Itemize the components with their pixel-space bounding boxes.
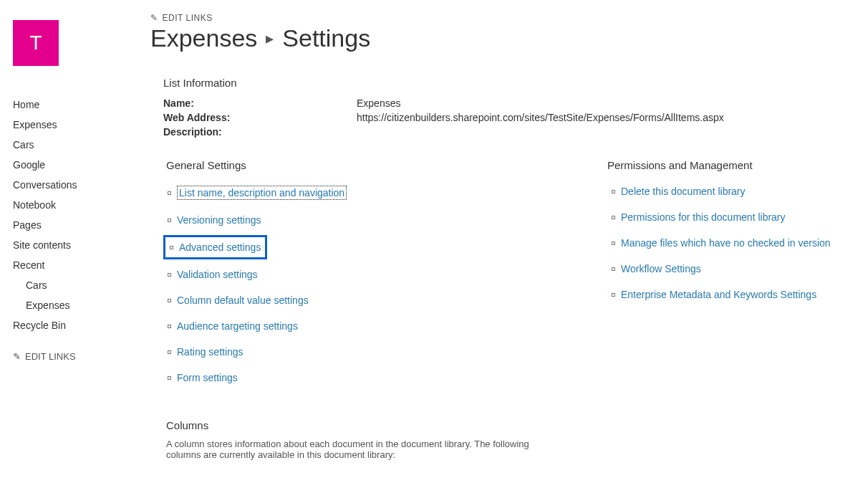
bullet-icon: [168, 299, 171, 302]
bullet-icon: [612, 216, 615, 219]
link-column-default-value[interactable]: Column default value settings: [177, 295, 309, 306]
edit-links-nav[interactable]: ✎ EDIT LINKS: [13, 351, 150, 362]
link-validation-settings[interactable]: Validation settings: [177, 269, 258, 280]
link-enterprise-metadata[interactable]: Enterprise Metadata and Keywords Setting…: [621, 289, 816, 300]
bullet-icon: [168, 191, 171, 195]
breadcrumb: Expenses ▸ Settings: [150, 24, 861, 52]
link-delete-library[interactable]: Delete this document library: [621, 186, 746, 197]
edit-links-top-label: EDIT LINKS: [163, 13, 213, 23]
link-workflow-settings[interactable]: Workflow Settings: [621, 263, 701, 274]
pencil-icon: ✎: [150, 13, 158, 23]
nav-cars[interactable]: Cars: [13, 135, 150, 155]
highlight-advanced-settings: Advanced settings: [163, 235, 267, 259]
link-advanced-settings[interactable]: Advanced settings: [179, 241, 261, 253]
link-list-name-description[interactable]: List name, description and navigation: [177, 186, 347, 200]
nav-google[interactable]: Google: [13, 155, 150, 175]
nav-home[interactable]: Home: [13, 95, 150, 115]
link-rating-settings[interactable]: Rating settings: [177, 346, 243, 358]
bullet-icon: [612, 293, 615, 297]
bullet-icon: [612, 267, 615, 271]
nav-site-contents[interactable]: Site contents: [13, 235, 150, 255]
bullet-icon: [168, 350, 171, 354]
address-value: https://citizenbuilders.sharepoint.com/s…: [357, 110, 724, 125]
general-settings-heading: General Settings: [166, 159, 564, 171]
link-versioning-settings[interactable]: Versioning settings: [177, 214, 261, 226]
link-manage-checked-in[interactable]: Manage files which have no checked in ve…: [621, 237, 831, 249]
description-label: Description:: [163, 125, 357, 139]
breadcrumb-library[interactable]: Expenses: [150, 24, 257, 52]
bullet-icon: [168, 273, 171, 277]
bullet-icon: [168, 376, 171, 380]
columns-description: A column stores information about each d…: [166, 439, 564, 460]
list-info-heading: List Information: [163, 77, 861, 89]
name-label: Name:: [163, 96, 357, 110]
permissions-heading: Permissions and Management: [607, 159, 835, 171]
bullet-icon: [170, 246, 173, 249]
nav-recent-heading: Recent: [13, 255, 150, 275]
site-tile[interactable]: T: [13, 20, 59, 66]
link-audience-targeting[interactable]: Audience targeting settings: [177, 320, 298, 332]
breadcrumb-separator-icon: ▸: [266, 29, 274, 48]
pencil-icon: ✎: [13, 351, 21, 362]
bullet-icon: [612, 190, 615, 193]
nav-pages[interactable]: Pages: [13, 215, 150, 235]
nav-notebook[interactable]: Notebook: [13, 195, 150, 215]
bullet-icon: [168, 325, 171, 328]
link-permissions-library[interactable]: Permissions for this document library: [621, 211, 786, 223]
breadcrumb-page: Settings: [282, 24, 370, 52]
columns-heading: Columns: [166, 419, 564, 431]
left-nav: Home Expenses Cars Google Conversations …: [7, 95, 150, 362]
list-info-table: Name: Expenses Web Address: https://citi…: [163, 96, 861, 139]
edit-links-top[interactable]: ✎ EDIT LINKS: [150, 13, 861, 23]
nav-recent-cars[interactable]: Cars: [13, 275, 150, 295]
nav-expenses[interactable]: Expenses: [13, 115, 150, 135]
bullet-icon: [612, 241, 615, 245]
nav-conversations[interactable]: Conversations: [13, 175, 150, 195]
address-label: Web Address:: [163, 110, 357, 125]
bullet-icon: [168, 219, 171, 222]
edit-links-nav-label: EDIT LINKS: [25, 351, 76, 362]
nav-recent-expenses[interactable]: Expenses: [13, 295, 150, 315]
name-value: Expenses: [357, 96, 400, 110]
nav-recycle-bin[interactable]: Recycle Bin: [13, 315, 150, 335]
link-form-settings[interactable]: Form settings: [177, 372, 238, 383]
